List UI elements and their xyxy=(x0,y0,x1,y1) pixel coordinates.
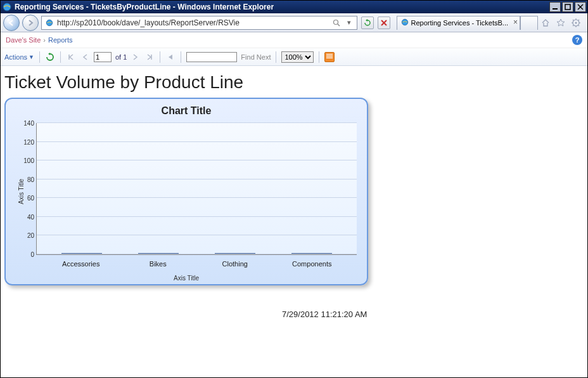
svg-line-17 xyxy=(573,20,574,21)
separator xyxy=(39,51,40,63)
grid-line xyxy=(37,122,357,123)
grid-line xyxy=(37,235,357,235)
separator xyxy=(276,51,276,63)
maximize-button[interactable] xyxy=(562,2,573,12)
crumb-page[interactable]: Reports xyxy=(48,36,73,44)
separator xyxy=(160,51,160,63)
y-tick-label: 140 xyxy=(19,120,34,127)
first-page-icon[interactable] xyxy=(66,52,76,62)
find-input[interactable] xyxy=(186,52,237,62)
browser-navbar: ▾ Reporting Services - TicketsB... × xyxy=(1,13,587,32)
refresh-report-icon[interactable] xyxy=(45,52,55,62)
window-title-bar: Reporting Services - TicketsByProductLin… xyxy=(1,1,587,13)
y-tick-label: 80 xyxy=(19,176,34,183)
actions-menu[interactable]: Actions ▼ xyxy=(4,53,34,61)
y-tick-label: 20 xyxy=(19,232,34,239)
svg-line-7 xyxy=(338,24,340,26)
chart-plot: 020406080100120140 xyxy=(36,123,357,255)
chart-title: Chart Title xyxy=(15,105,358,117)
browser-tab-active[interactable]: Reporting Services - TicketsB... × xyxy=(397,16,520,30)
y-tick-label: 60 xyxy=(19,195,34,202)
crumb-sep: › xyxy=(43,36,46,44)
separator xyxy=(181,51,181,63)
tools-icon[interactable] xyxy=(571,18,581,28)
chevron-down-icon: ▼ xyxy=(29,54,34,60)
next-page-icon[interactable] xyxy=(131,52,141,62)
svg-rect-2 xyxy=(565,4,570,10)
home-icon[interactable] xyxy=(540,18,551,28)
grid-line xyxy=(37,179,357,179)
tab-label: Reporting Services - TicketsB... xyxy=(411,19,508,27)
stop-button[interactable] xyxy=(378,16,390,29)
address-input[interactable] xyxy=(56,16,330,29)
y-tick-label: 40 xyxy=(19,213,34,220)
grid-line xyxy=(37,254,357,254)
y-tick-label: 100 xyxy=(19,157,34,164)
crumb-site[interactable]: Dave's Site xyxy=(6,36,41,44)
svg-line-18 xyxy=(578,25,579,26)
x-axis-label: Axis Title xyxy=(6,275,367,282)
zoom-select[interactable]: 100% xyxy=(281,51,314,63)
separator xyxy=(319,51,319,63)
actions-label: Actions xyxy=(4,53,27,61)
svg-line-19 xyxy=(573,25,574,26)
window-title: Reporting Services - TicketsByProductLin… xyxy=(15,3,549,11)
chart-container: Chart Title Axis Title 02040608010012014… xyxy=(4,98,368,285)
prev-page-icon[interactable] xyxy=(80,52,90,62)
grid-line xyxy=(37,160,357,160)
x-tick-label: Accessories xyxy=(56,260,106,268)
refresh-page-button[interactable] xyxy=(361,16,374,29)
svg-point-6 xyxy=(333,20,338,24)
help-icon[interactable]: ? xyxy=(572,35,582,45)
y-tick-label: 0 xyxy=(19,251,34,258)
page-number-input[interactable] xyxy=(94,52,112,62)
breadcrumb: Dave's Site › Reports ? xyxy=(1,32,587,48)
tab-favicon xyxy=(401,18,409,27)
svg-line-20 xyxy=(578,20,579,21)
page-of-label: of 1 xyxy=(115,53,127,61)
find-next-link[interactable]: Find Next xyxy=(241,53,271,61)
x-tick-label: Components xyxy=(286,260,337,268)
last-page-icon[interactable] xyxy=(144,52,155,62)
search-icon[interactable] xyxy=(331,18,342,28)
x-tick-labels: AccessoriesBikesClothingComponents xyxy=(36,260,357,268)
grid-line xyxy=(37,216,357,217)
new-tab-button[interactable] xyxy=(520,16,538,30)
y-tick-label: 120 xyxy=(19,138,34,145)
x-tick-label: Clothing xyxy=(210,260,260,268)
minimize-button[interactable] xyxy=(549,2,561,12)
back-to-parent-icon[interactable] xyxy=(165,52,176,62)
tab-close-icon[interactable]: × xyxy=(513,18,518,27)
back-button[interactable] xyxy=(3,15,20,31)
report-title: Ticket Volume by Product Line xyxy=(4,72,584,93)
ie-logo-icon xyxy=(2,2,12,12)
svg-point-12 xyxy=(575,22,577,23)
forward-button[interactable] xyxy=(22,15,39,31)
report-toolbar: Actions ▼ of 1 Find Next 100% xyxy=(1,48,587,66)
grid-line xyxy=(37,197,357,198)
report-body: Ticket Volume by Product Line Chart Titl… xyxy=(1,66,587,332)
close-button[interactable] xyxy=(575,2,586,12)
separator xyxy=(60,51,61,63)
export-icon[interactable] xyxy=(324,52,335,62)
x-tick-label: Bikes xyxy=(132,260,183,268)
dropdown-icon[interactable]: ▾ xyxy=(344,18,354,28)
page-icon xyxy=(44,18,54,28)
grid-line xyxy=(37,141,357,142)
address-bar[interactable]: ▾ xyxy=(41,16,357,30)
favorites-icon[interactable] xyxy=(556,18,566,28)
report-timestamp: 7/29/2012 11:21:20 AM xyxy=(282,310,584,319)
